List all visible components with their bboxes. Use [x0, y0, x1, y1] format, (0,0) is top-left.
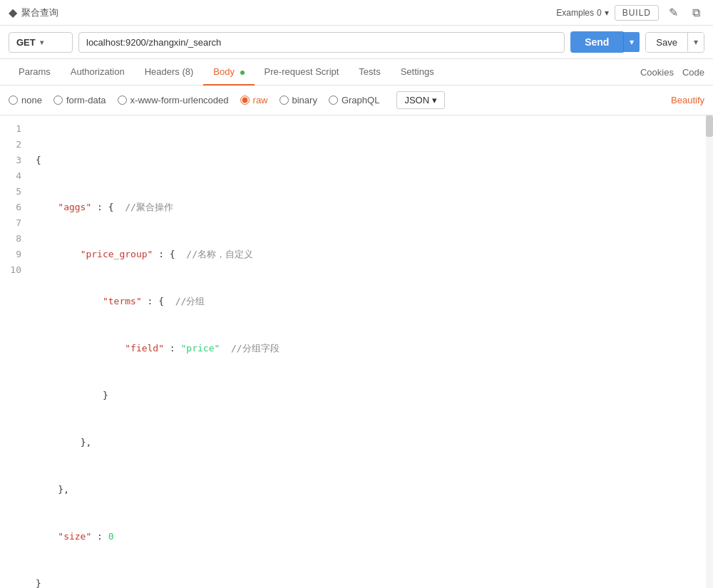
code-line-1: {: [36, 153, 706, 168]
request-line-numbers: 1 2 3 4 5 6 7 8 9 10: [0, 115, 29, 588]
request-code-content[interactable]: { "aggs" : { //聚合操作 "price_group" : { //…: [29, 115, 713, 588]
editor-inner: 1 2 3 4 5 6 7 8 9 10 { "aggs" : { //聚合操作…: [0, 115, 713, 588]
send-button[interactable]: Send: [570, 31, 623, 53]
app-title-area: ◆ 聚合查询: [9, 6, 58, 19]
url-bar: GET ▾ Send ▾ Save ▾: [0, 26, 713, 59]
send-chevron-button[interactable]: ▾: [623, 32, 640, 52]
top-bar-right: Examples 0 ▾ BUILD ✎ ⧉: [556, 4, 704, 21]
code-line-8: },: [36, 482, 706, 497]
code-line-7: },: [36, 435, 706, 450]
tab-params[interactable]: Params: [9, 59, 61, 86]
app-title: 聚合查询: [21, 6, 58, 19]
tab-pre-request[interactable]: Pre-request Script: [255, 59, 349, 86]
json-format-selector[interactable]: JSON ▾: [396, 91, 445, 109]
save-button-group: Save ▾: [645, 32, 704, 53]
top-bar: ◆ 聚合查询 Examples 0 ▾ BUILD ✎ ⧉: [0, 0, 713, 26]
tab-body[interactable]: Body: [203, 59, 254, 86]
url-input[interactable]: [78, 32, 565, 53]
window-icon[interactable]: ⧉: [688, 5, 704, 21]
body-active-dot: [240, 71, 245, 75]
tab-tests[interactable]: Tests: [349, 59, 390, 86]
examples-chevron-icon: ▾: [605, 8, 609, 18]
examples-button[interactable]: Examples 0 ▾: [556, 8, 608, 18]
save-button[interactable]: Save: [646, 33, 687, 52]
logo-icon: ◆: [9, 6, 17, 19]
request-editor: 1 2 3 4 5 6 7 8 9 10 { "aggs" : { //聚合操作…: [0, 115, 713, 588]
build-button[interactable]: BUILD: [615, 5, 659, 21]
req-tabs-right: Cookies Code: [640, 67, 704, 78]
code-link[interactable]: Code: [682, 67, 704, 78]
cookies-link[interactable]: Cookies: [640, 67, 674, 78]
code-line-3: "price_group" : { //名称，自定义: [36, 247, 706, 262]
beautify-button[interactable]: Beautify: [671, 95, 704, 105]
code-line-10: }: [36, 576, 706, 588]
examples-label: Examples: [556, 8, 594, 18]
send-button-group: Send ▾: [570, 31, 640, 53]
beautify-area: Beautify: [671, 95, 704, 105]
code-line-9: "size" : 0: [36, 529, 706, 545]
tab-settings[interactable]: Settings: [391, 59, 444, 86]
method-chevron-icon: ▾: [40, 38, 43, 46]
editor-scrollbar-thumb: [706, 115, 713, 137]
method-label: GET: [16, 37, 36, 48]
edit-icon[interactable]: ✎: [665, 4, 682, 21]
json-format-chevron-icon: ▾: [432, 95, 437, 105]
tab-authorization[interactable]: Authorization: [61, 59, 135, 86]
option-form-data[interactable]: form-data: [53, 95, 106, 105]
tab-headers[interactable]: Headers (8): [135, 59, 204, 86]
editor-scrollbar[interactable]: [706, 115, 713, 588]
examples-count: 0: [597, 8, 602, 18]
option-binary[interactable]: binary: [279, 95, 317, 105]
option-raw[interactable]: raw: [240, 95, 268, 105]
body-options-bar: none form-data x-www-form-urlencoded raw…: [0, 86, 713, 115]
save-chevron-button[interactable]: ▾: [687, 33, 704, 51]
request-tabs: Params Authorization Headers (8) Body Pr…: [0, 59, 713, 86]
code-line-6: }: [36, 388, 706, 403]
code-line-5: "field" : "price" //分组字段: [36, 341, 706, 356]
json-format-label: JSON: [404, 95, 429, 105]
code-line-4: "terms" : { //分组: [36, 294, 706, 309]
option-urlencoded[interactable]: x-www-form-urlencoded: [118, 95, 229, 105]
method-select[interactable]: GET ▾: [9, 32, 73, 53]
option-graphql[interactable]: GraphQL: [329, 95, 379, 105]
code-line-2: "aggs" : { //聚合操作: [36, 200, 706, 215]
option-none[interactable]: none: [9, 95, 42, 105]
